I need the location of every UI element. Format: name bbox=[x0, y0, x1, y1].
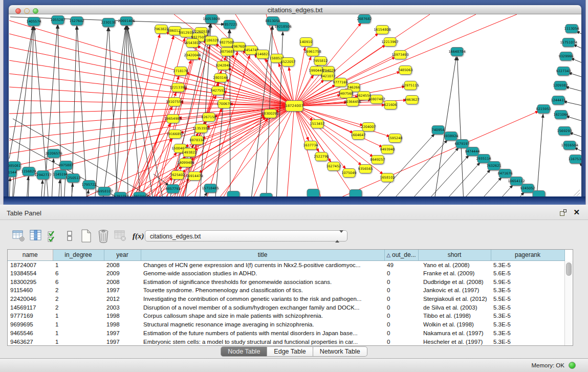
teal-node[interactable]: 9474444 bbox=[465, 147, 480, 156]
yellow-node[interactable]: 1595248 bbox=[388, 134, 403, 143]
teal-node[interactable]: 1250513 bbox=[66, 174, 81, 183]
teal-node[interactable]: 1527602 bbox=[70, 17, 84, 26]
yellow-node[interactable]: 12213967 bbox=[381, 38, 398, 47]
yellow-node[interactable]: 140910 bbox=[300, 38, 313, 47]
teal-node[interactable]: 2230138 bbox=[101, 18, 116, 27]
hub-node[interactable]: 18724007 bbox=[285, 101, 303, 112]
close-panel-icon[interactable]: ✕ bbox=[573, 208, 580, 217]
vertical-scrollbar[interactable] bbox=[564, 261, 573, 346]
yellow-node[interactable]: 9356565 bbox=[358, 165, 373, 173]
select-all-check-button[interactable] bbox=[45, 227, 60, 245]
teal-node[interactable]: 391544 bbox=[9, 168, 16, 177]
unselect-rows-button[interactable] bbox=[62, 227, 77, 245]
yellow-node[interactable]: 20364456 bbox=[344, 98, 361, 106]
scrollbar-thumb[interactable] bbox=[566, 262, 572, 276]
teal-node[interactable]: 6879197 bbox=[455, 140, 470, 148]
yellow-node[interactable]: 16961758 bbox=[304, 48, 321, 56]
table-row[interactable]: 1456911722003Disruption of a novel membe… bbox=[8, 303, 564, 312]
yellow-node[interactable]: 7485063 bbox=[398, 66, 413, 75]
tab-node-table[interactable]: Node Table bbox=[221, 346, 267, 357]
yellow-node[interactable]: 9875685 bbox=[220, 48, 235, 56]
function-builder-button[interactable]: f(x) bbox=[133, 232, 144, 240]
table-row[interactable]: 946554611997Estimation of the future num… bbox=[8, 329, 564, 338]
tab-edge-table[interactable]: Edge Table bbox=[267, 346, 313, 357]
teal-node[interactable]: 16958107 bbox=[96, 187, 113, 196]
teal-node[interactable]: 1055287 bbox=[51, 16, 66, 25]
teal-node[interactable]: 1209382 bbox=[553, 81, 568, 90]
yellow-node[interactable]: 10973493 bbox=[391, 51, 408, 59]
yellow-node[interactable]: 1637734 bbox=[303, 141, 318, 150]
network-window-titlebar[interactable]: citations_edges.txt bbox=[9, 5, 581, 14]
teal-node[interactable]: 9227343 bbox=[556, 67, 571, 76]
yellow-node[interactable]: 9463627 bbox=[405, 96, 420, 104]
teal-node[interactable]: 7857223 bbox=[223, 20, 237, 29]
table-row[interactable]: 977716911998Corpus callosum shape and si… bbox=[8, 312, 564, 320]
yellow-node[interactable]: 16154808 bbox=[374, 26, 390, 34]
teal-node[interactable]: 9857791 bbox=[166, 185, 181, 193]
yellow-node[interactable]: 7955812 bbox=[313, 57, 328, 65]
teal-node[interactable]: 2687682 bbox=[357, 15, 372, 24]
delete-icon[interactable] bbox=[96, 227, 111, 245]
column-header-pagerank[interactable]: pagerank bbox=[491, 250, 564, 260]
yellow-node[interactable]: 16543812 bbox=[184, 39, 201, 48]
column-header-in_degree[interactable]: in_degree bbox=[53, 250, 104, 260]
teal-node[interactable]: 19218506 bbox=[274, 23, 291, 31]
show-column-button[interactable] bbox=[28, 227, 43, 245]
teal-node[interactable]: 1405574 bbox=[27, 17, 41, 26]
teal-node[interactable]: 15718485 bbox=[202, 184, 219, 193]
table-row[interactable]: 969969511998Structural magnetic resonanc… bbox=[8, 320, 564, 329]
teal-node[interactable] bbox=[350, 190, 362, 198]
tab-network-table[interactable]: Network Table bbox=[313, 346, 367, 357]
yellow-node[interactable]: 621606 bbox=[384, 101, 397, 110]
yellow-node[interactable]: 10807487 bbox=[368, 95, 385, 104]
table-row[interactable]: 946362711997Embryonic stem cells: a mode… bbox=[8, 337, 564, 346]
yellow-node[interactable]: 8878334 bbox=[190, 136, 205, 145]
table-row[interactable]: 1938455462009Genome-wide association stu… bbox=[8, 269, 564, 278]
yellow-node[interactable]: 9146821 bbox=[255, 50, 270, 59]
yellow-node[interactable]: 6522057 bbox=[281, 58, 296, 67]
column-header-name[interactable]: name bbox=[8, 250, 53, 260]
table-source-dropdown[interactable]: citations_edges.txt bbox=[145, 230, 347, 242]
teal-node[interactable]: 1167534 bbox=[569, 155, 581, 164]
yellow-node[interactable]: 8649257 bbox=[371, 156, 385, 164]
yellow-node[interactable]: 9777169 bbox=[333, 78, 348, 87]
float-panel-icon[interactable] bbox=[560, 209, 567, 216]
yellow-node[interactable]: 2522790 bbox=[314, 152, 329, 161]
teal-node[interactable]: 9975887 bbox=[59, 161, 74, 170]
yellow-node[interactable]: 18107554 bbox=[166, 98, 183, 106]
teal-node[interactable]: 17016504 bbox=[561, 141, 578, 150]
yellow-node[interactable]: 1604647 bbox=[351, 131, 366, 140]
column-header-year[interactable]: year bbox=[104, 250, 141, 260]
yellow-node[interactable]: 23420046 bbox=[184, 51, 201, 60]
yellow-node[interactable]: 16914479 bbox=[186, 172, 203, 181]
teal-node[interactable] bbox=[307, 189, 319, 198]
yellow-node[interactable]: 2204007 bbox=[361, 123, 376, 132]
yellow-node[interactable]: 8267150 bbox=[202, 113, 216, 122]
teal-node[interactable]: 8471676 bbox=[498, 169, 513, 178]
teal-node[interactable]: 20691406 bbox=[118, 17, 135, 26]
teal-node[interactable]: 1244415 bbox=[551, 96, 566, 105]
yellow-node[interactable]: 8427552 bbox=[211, 86, 226, 95]
column-header-out_de[interactable]: △out_de... bbox=[384, 250, 418, 260]
teal-node[interactable]: 9329966 bbox=[559, 52, 574, 61]
teal-node[interactable]: 740954 bbox=[432, 126, 445, 135]
teal-node[interactable]: 12942737 bbox=[34, 171, 51, 180]
teal-node[interactable]: 1569293 bbox=[557, 127, 572, 136]
yellow-node[interactable]: 14099486 bbox=[177, 159, 194, 167]
new-table-button[interactable] bbox=[79, 227, 94, 245]
yellow-node[interactable]: 1700670 bbox=[217, 100, 232, 108]
yellow-node[interactable]: 9497568 bbox=[339, 90, 354, 98]
yellow-node[interactable]: 7963822 bbox=[154, 25, 169, 34]
teal-node[interactable]: 1621064 bbox=[554, 111, 569, 119]
teal-node[interactable]: 5938924 bbox=[444, 132, 459, 141]
table-row[interactable]: 2242004622012Investigating the contribut… bbox=[8, 295, 564, 303]
network-canvas[interactable]: 1405574105528715276022230138206914061605… bbox=[9, 14, 581, 197]
table-row[interactable]: 911546021997Tourette syndrome. Phenomeno… bbox=[8, 286, 564, 295]
teal-node[interactable]: 20206576 bbox=[45, 149, 62, 158]
yellow-node[interactable]: 1493822 bbox=[182, 148, 197, 157]
yellow-node[interactable]: 1513457 bbox=[310, 120, 325, 128]
yellow-node[interactable]: 2803144 bbox=[213, 74, 228, 82]
yellow-node[interactable]: 9493940 bbox=[380, 145, 395, 154]
table-row[interactable]: 1830029562008Estimation of significance … bbox=[8, 277, 564, 286]
teal-node[interactable]: 16053809 bbox=[203, 15, 220, 24]
